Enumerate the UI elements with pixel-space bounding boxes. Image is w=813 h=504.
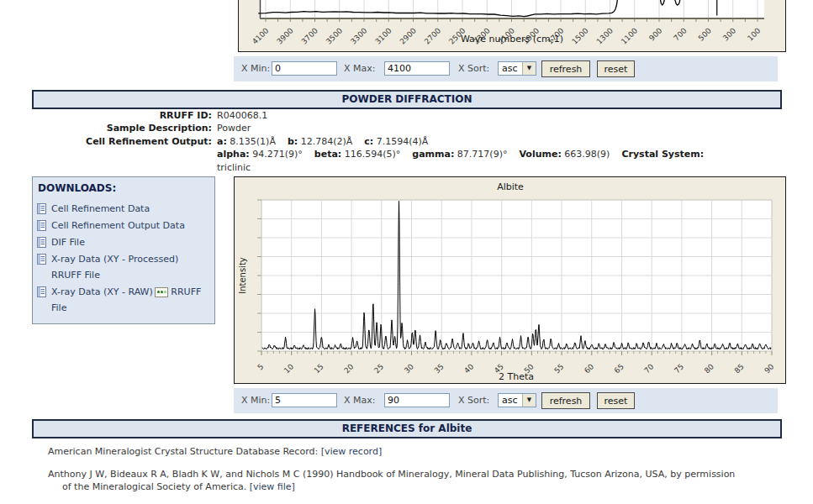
x-tick-label: 3900 bbox=[275, 26, 294, 45]
x-tick-label: 900 bbox=[647, 26, 663, 42]
x-tick-label: 3300 bbox=[349, 26, 368, 45]
x-max-input[interactable] bbox=[384, 61, 450, 76]
reference-text: Anthony J W, Bideaux R A, Bladh K W, and… bbox=[48, 468, 788, 480]
powder-diffraction-header: POWDER DIFFRACTION bbox=[32, 90, 782, 109]
x-tick-label: 20 bbox=[342, 362, 355, 375]
x-axis-title: 2 Theta bbox=[499, 371, 534, 382]
x-tick-label: 700 bbox=[672, 26, 688, 42]
file-icon bbox=[37, 254, 46, 265]
xrd-pattern-chart: Albite5101520253035404550556065707580859… bbox=[234, 176, 786, 384]
file-icon bbox=[37, 286, 46, 297]
wavenumber-spectrum-chart: 4100390037003500330031002900270025002300… bbox=[238, 0, 786, 52]
x-tick-label: 5 bbox=[256, 362, 265, 371]
x-tick-label: 30 bbox=[403, 362, 415, 375]
x-tick-label: 85 bbox=[733, 362, 746, 375]
x-tick-label: 40 bbox=[462, 362, 475, 375]
reference-text: of the Mineralogical Society of America.… bbox=[62, 480, 788, 493]
wavenumber-plot: 4100390037003500330031002900270025002300… bbox=[239, 0, 785, 51]
x-tick-label: 15 bbox=[313, 362, 325, 375]
references-list: American Mineralogist Crystal Structure … bbox=[48, 445, 788, 503]
refresh-button[interactable]: refresh bbox=[541, 392, 590, 409]
xrd-plot: Albite5101520253035404550556065707580859… bbox=[235, 177, 785, 383]
x-min-label: X Min: bbox=[241, 63, 270, 74]
x-tick-label: 2700 bbox=[423, 26, 442, 45]
download-link[interactable]: X-ray Data (XY - Processed) RRUFF File bbox=[33, 251, 214, 283]
chevron-down-icon[interactable]: ▼ bbox=[522, 62, 536, 75]
reset-button[interactable]: reset bbox=[597, 392, 635, 409]
x-tick-label: 1100 bbox=[620, 26, 639, 45]
reference-link[interactable]: [view file] bbox=[250, 481, 295, 492]
x-tick-label: 1300 bbox=[595, 26, 615, 45]
cell-params-line1: a: 8.135(1)Åb: 12.784(2)Åc: 7.1594(4)Å bbox=[217, 136, 440, 147]
x-sort-label: X Sort: bbox=[458, 63, 489, 74]
xrd-chart-controls: X Min: X Max: X Sort: asc ▼ refresh rese… bbox=[234, 388, 778, 413]
x-tick-label: 10 bbox=[282, 362, 295, 375]
x-axis-title: Wave numbers (cm-1) bbox=[461, 34, 563, 45]
download-link[interactable]: DIF File bbox=[33, 234, 214, 250]
x-tick-label: 60 bbox=[583, 362, 595, 375]
x-tick-label: 80 bbox=[703, 362, 715, 375]
x-tick-label: 3700 bbox=[300, 26, 319, 45]
x-tick-label: 3500 bbox=[325, 26, 344, 45]
info-label: Sample Description: bbox=[32, 122, 212, 134]
x-max-label: X Max: bbox=[344, 395, 375, 406]
info-label: Cell Refinement Output: bbox=[32, 135, 212, 148]
cell-params-line2: alpha: 94.271(9)°beta: 116.594(5)°gamma:… bbox=[217, 149, 715, 160]
x-tick-label: 90 bbox=[763, 362, 775, 375]
reset-button[interactable]: reset bbox=[597, 60, 635, 77]
x-tick-label: 70 bbox=[642, 362, 655, 375]
download-link[interactable]: Cell Refinement Output Data bbox=[33, 218, 214, 234]
crystal-system-value: triclinic bbox=[217, 162, 251, 173]
x-min-input[interactable] bbox=[272, 61, 337, 76]
info-value: Powder bbox=[217, 123, 251, 134]
x-tick-label: 35 bbox=[432, 362, 445, 375]
x-tick-label: 500 bbox=[697, 26, 713, 42]
x-tick-label: 75 bbox=[673, 362, 685, 375]
downloads-title: DOWNLOADS: bbox=[33, 177, 214, 201]
x-tick-label: 65 bbox=[613, 362, 626, 375]
y-axis-title: Intensity bbox=[238, 257, 247, 294]
reference-text: American Mineralogist Crystal Structure … bbox=[48, 445, 788, 458]
refresh-button[interactable]: refresh bbox=[541, 60, 590, 77]
x-max-input[interactable] bbox=[384, 393, 450, 407]
x-tick-label: 300 bbox=[721, 26, 737, 42]
x-min-input[interactable] bbox=[272, 393, 337, 407]
download-link[interactable]: Cell Refinement Data bbox=[33, 201, 214, 217]
x-tick-label: 3100 bbox=[373, 26, 393, 45]
chart-title: Albite bbox=[497, 181, 524, 192]
spectrum-chart-controls: X Min: X Max: X Sort: asc ▼ refresh rese… bbox=[234, 56, 778, 81]
raw-data-icon bbox=[155, 287, 168, 297]
x-tick-label: 55 bbox=[552, 362, 565, 375]
info-label: RRUFF ID: bbox=[32, 109, 212, 122]
x-tick-label: 2900 bbox=[399, 26, 418, 45]
downloads-panel: DOWNLOADS: Cell Refinement DataCell Refi… bbox=[32, 176, 215, 324]
file-icon bbox=[37, 237, 46, 248]
references-header: REFERENCES for Albite bbox=[32, 419, 782, 438]
x-sort-select[interactable]: asc ▼ bbox=[498, 61, 536, 76]
reference-link[interactable]: [view record] bbox=[321, 446, 383, 457]
x-sort-select[interactable]: asc ▼ bbox=[498, 393, 536, 407]
file-icon bbox=[37, 203, 46, 214]
x-sort-label: X Sort: bbox=[458, 395, 489, 406]
sample-info: RRUFF ID:R040068.1Sample Description:Pow… bbox=[32, 109, 789, 174]
x-tick-label: 1500 bbox=[570, 26, 589, 45]
x-tick-label: 25 bbox=[372, 362, 385, 375]
info-value: R040068.1 bbox=[217, 110, 267, 121]
x-min-label: X Min: bbox=[241, 395, 270, 406]
chevron-down-icon[interactable]: ▼ bbox=[522, 394, 536, 407]
file-icon bbox=[37, 220, 46, 231]
x-tick-label: 100 bbox=[746, 26, 762, 42]
x-max-label: X Max: bbox=[344, 63, 375, 74]
x-tick-label: 4100 bbox=[251, 26, 270, 45]
download-link[interactable]: X-ray Data (XY - RAW) RRUFF File bbox=[33, 284, 214, 316]
